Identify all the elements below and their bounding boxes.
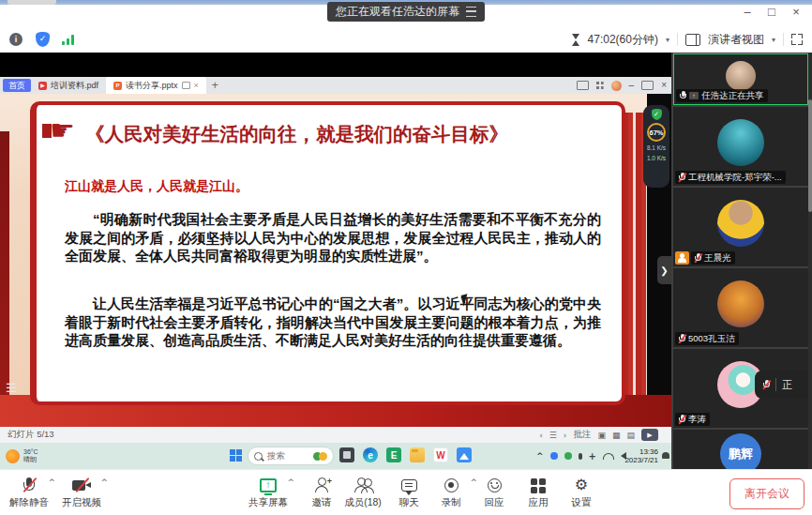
avatar	[726, 61, 756, 91]
sidebar-collapse-arrow[interactable]: ❯	[657, 256, 671, 284]
sidebar-scrollbar[interactable]	[808, 53, 812, 469]
mic-muted-icon	[679, 334, 685, 343]
prev-slide-icon[interactable]: ‹	[539, 431, 543, 440]
slide-paragraph-2: 让人民生活幸福是习近平总书记心中的“国之大者”。以习近平同志为核心的党中央着眼于…	[65, 295, 601, 350]
reactions-button[interactable]: 回应	[469, 476, 519, 509]
timer-dropdown-icon[interactable]: ▾	[666, 36, 669, 44]
participants-sidebar: 任浩达正在共享 工程机械学院-郑宇荣-... 王晨光 5003孔玉洁 李涛 鹏辉	[671, 53, 812, 469]
sun-icon	[6, 449, 20, 463]
avatar	[717, 200, 764, 247]
wps-app-icon[interactable]	[433, 447, 448, 462]
wps-doc-tab-2[interactable]: P 读书分享.pptx ×	[106, 77, 206, 94]
popup-text: 正	[782, 378, 792, 392]
view-mode-label[interactable]: 演讲者视图	[708, 32, 764, 48]
banner-menu-icon[interactable]	[466, 7, 476, 17]
task-view-icon[interactable]	[339, 447, 354, 462]
smiley-icon	[488, 478, 502, 492]
slideshow-play-button[interactable]: ▶	[641, 429, 658, 441]
watching-banner-text: 您正在观看任浩达的屏幕	[336, 4, 459, 20]
taskbar-search[interactable]: 搜索	[248, 447, 334, 465]
clock-time: 13:36	[624, 447, 658, 456]
participant-hover-popup[interactable]: 正	[755, 371, 812, 399]
fullscreen-icon[interactable]	[791, 34, 803, 45]
info-icon[interactable]	[9, 33, 23, 46]
wps-grid-icon[interactable]	[596, 82, 604, 89]
wps-restore-icon[interactable]	[641, 81, 654, 90]
taskbar-clock[interactable]: 13:36 2023/7/21	[624, 447, 658, 464]
divider	[677, 33, 678, 46]
wps-layout-icon[interactable]	[577, 81, 589, 90]
wifi-icon[interactable]	[603, 453, 614, 460]
gear-icon: ⚙	[575, 477, 588, 492]
participant-tile[interactable]: 鹏辉	[673, 430, 808, 469]
normal-view-icon[interactable]: ▣	[597, 431, 606, 440]
read-view-icon[interactable]: ▤	[626, 431, 635, 440]
tab-pin-icon[interactable]	[182, 82, 190, 89]
wps-home-tab[interactable]: 首页	[3, 79, 31, 92]
windows-taskbar: 36°C 晴朗 搜索 e ^ + 13:36	[0, 443, 671, 469]
tray-input-icon[interactable]: +	[589, 451, 596, 462]
minimize-button[interactable]: –	[741, 6, 754, 19]
e-app-icon[interactable]	[386, 447, 401, 462]
unmute-button[interactable]: ^ 解除静音	[4, 476, 54, 509]
view-dropdown-icon[interactable]: ▾	[772, 36, 775, 44]
upload-speed: 8.1 K/s	[647, 144, 666, 152]
window-top-tab	[8, 0, 56, 5]
search-highlight-icon	[313, 452, 327, 461]
maximize-button[interactable]: □	[765, 6, 778, 19]
timer-hourglass-icon	[572, 34, 580, 46]
presenter-menu-icon[interactable]: ☰	[6, 381, 17, 395]
edge-browser-icon[interactable]: e	[363, 447, 378, 462]
divider	[783, 33, 784, 46]
share-options-caret[interactable]: ^	[287, 477, 294, 487]
wps-close-icon[interactable]: ×	[661, 81, 667, 90]
grid-view-icon[interactable]: ▦	[612, 431, 621, 440]
participant-name: 5003孔玉洁	[688, 332, 735, 345]
slide-list-icon[interactable]: ☰	[549, 431, 557, 440]
tray-mic-icon[interactable]	[579, 453, 582, 460]
mic-muted-icon	[695, 253, 701, 263]
new-tab-button[interactable]: +	[212, 79, 218, 92]
participant-tile[interactable]: 工程机械学院-郑宇荣-...	[673, 107, 808, 186]
system-tray[interactable]: ^ +	[536, 443, 626, 469]
wps-account-avatar[interactable]	[611, 81, 622, 91]
windows-start-button[interactable]	[230, 449, 242, 462]
slide-canvas: ☛ 《人民对美好生活的向往，就是我们的奋斗目标》 江山就是人民，人民就是江山。 …	[0, 94, 671, 427]
members-button[interactable]: 成员(18)	[338, 476, 388, 509]
shared-screen: 首页 ▶ 培训资料.pdf P 读书分享.pptx × + – × ☛ 《	[0, 53, 671, 469]
settings-button[interactable]: ⚙ 设置	[556, 476, 607, 509]
next-slide-icon[interactable]: ›	[564, 431, 567, 440]
tray-app-icon[interactable]	[564, 452, 572, 460]
leave-meeting-button[interactable]: 离开会议	[729, 478, 804, 509]
search-icon	[254, 452, 263, 461]
view-layout-icon	[685, 34, 700, 46]
network-signal-icon[interactable]	[62, 35, 74, 45]
wps-minimize-icon[interactable]: –	[629, 81, 635, 90]
ppt-file-icon: P	[113, 82, 122, 90]
video-options-caret[interactable]: ^	[100, 477, 108, 487]
system-monitor-widget[interactable]: 67% 8.1 K/s 1.0 K/s	[643, 105, 669, 188]
share-screen-button[interactable]: ^ 共享屏幕	[243, 476, 293, 509]
close-button[interactable]: ×	[789, 6, 803, 19]
tray-app-icon[interactable]	[550, 452, 558, 460]
start-video-button[interactable]: ^ 开启视频	[56, 476, 107, 509]
participant-name: 工程机械学院-郑宇荣-...	[688, 171, 782, 184]
watching-banner[interactable]: 您正在观看任浩达的屏幕	[327, 2, 485, 22]
share-screen-icon	[260, 478, 277, 492]
avatar	[717, 280, 764, 327]
wps-doc-tab-1[interactable]: ▶ 培训资料.pdf	[31, 77, 106, 94]
file-explorer-icon[interactable]	[410, 447, 425, 462]
participant-tile[interactable]: 王晨光	[673, 188, 808, 266]
meeting-app-icon[interactable]	[457, 447, 472, 462]
divider	[775, 378, 776, 391]
mic-options-caret[interactable]: ^	[48, 477, 55, 487]
slide-subtitle: 江山就是人民，人民就是江山。	[65, 178, 248, 195]
annotate-button[interactable]: 批注	[573, 429, 591, 441]
tray-expand-icon[interactable]: ^	[536, 451, 544, 461]
security-shield-icon[interactable]	[36, 32, 50, 47]
notification-bell-icon[interactable]	[662, 452, 669, 459]
participant-tile-sharing[interactable]: 任浩达正在共享	[673, 53, 808, 105]
participant-tile[interactable]: 5003孔玉洁	[673, 268, 808, 347]
weather-widget[interactable]: 36°C 晴朗	[6, 448, 38, 463]
tab-close-icon[interactable]: ×	[194, 81, 199, 90]
